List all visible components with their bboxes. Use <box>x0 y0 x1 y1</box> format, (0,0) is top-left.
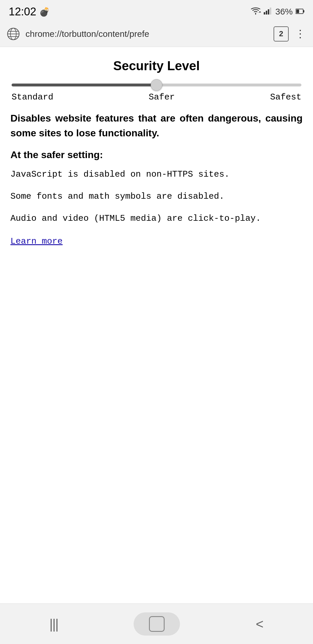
safer-heading: At the safer setting: <box>10 149 303 160</box>
recents-button[interactable]: ||| <box>50 616 58 632</box>
svg-rect-6 <box>296 10 299 13</box>
detail-item-3: Audio and video (HTML5 media) are click-… <box>10 211 303 225</box>
tab-count-button[interactable]: 2 <box>274 26 289 41</box>
slider-label-safest: Safest <box>270 92 301 102</box>
bottom-nav: ||| < <box>0 603 313 644</box>
status-left: 12:02 💣 <box>9 6 50 18</box>
globe-icon <box>6 26 21 41</box>
description-text: Disables website features that are often… <box>10 111 303 140</box>
home-button[interactable] <box>134 612 180 636</box>
signal-icon <box>264 7 272 16</box>
back-icon: < <box>256 616 264 632</box>
svg-rect-3 <box>270 8 271 15</box>
home-icon <box>149 616 165 632</box>
content-area: Security Level Standard Safer Safest Dis… <box>0 47 313 603</box>
detail-item-1: JavaScript is disabled on non-HTTPS site… <box>10 167 303 181</box>
slider-fill <box>12 84 156 86</box>
slider-label-safer: Safer <box>149 92 175 102</box>
status-right: 36% <box>250 7 304 17</box>
battery-icon <box>296 7 304 16</box>
svg-rect-0 <box>264 12 265 15</box>
learn-more-link[interactable]: Learn more <box>10 236 63 246</box>
bomb-icon: 💣 <box>39 7 50 17</box>
slider-label-standard: Standard <box>12 92 53 102</box>
back-button[interactable]: < <box>256 616 264 632</box>
page-title: Security Level <box>10 59 303 73</box>
svg-rect-5 <box>303 10 304 12</box>
slider-labels: Standard Safer Safest <box>12 92 301 102</box>
recents-icon: ||| <box>50 616 58 632</box>
status-bar: 12:02 💣 36% <box>0 0 313 21</box>
svg-rect-2 <box>268 9 269 15</box>
menu-button[interactable]: ⋮ <box>293 28 307 40</box>
slider-track[interactable] <box>12 84 301 86</box>
wifi-icon <box>250 7 261 17</box>
slider-thumb[interactable] <box>151 79 162 91</box>
battery-percent: 36% <box>275 7 293 17</box>
address-bar[interactable]: chrome://torbutton/content/prefe <box>26 29 269 39</box>
browser-toolbar: chrome://torbutton/content/prefe 2 ⋮ <box>0 21 313 47</box>
status-time: 12:02 <box>9 6 36 18</box>
detail-item-2: Some fonts and math symbols are disabled… <box>10 189 303 203</box>
security-slider-container[interactable]: Standard Safer Safest <box>10 84 303 102</box>
svg-rect-1 <box>266 11 267 15</box>
